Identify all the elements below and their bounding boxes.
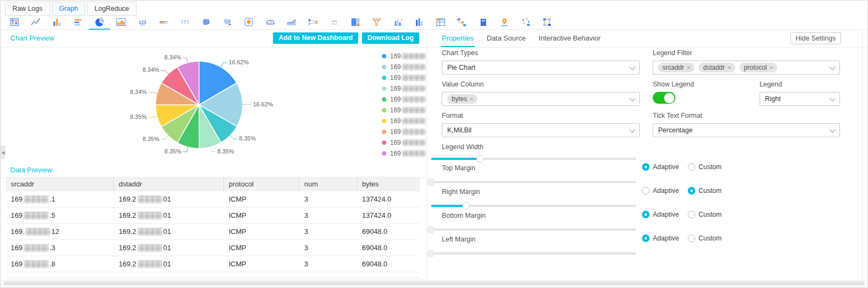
cell-protocol: ICMP	[224, 240, 299, 256]
top-margin-adaptive-radio[interactable]: Adaptive	[642, 163, 679, 171]
pie-slice-label: 16.62%	[253, 101, 273, 108]
pie-slice-label: 8.35%	[217, 148, 234, 155]
tag-remove-icon[interactable]: ×	[687, 63, 690, 72]
right-margin-slider[interactable]	[431, 202, 636, 210]
dot-matrix-icon[interactable]	[178, 16, 192, 28]
download-log-button[interactable]: Download Log	[362, 32, 419, 44]
legend-label: 169	[390, 96, 426, 103]
radio-dot	[688, 211, 695, 218]
settings-panel: PropertiesData SourceInteractive Behavio…	[427, 29, 868, 281]
tree-diagram-icon[interactable]	[455, 16, 469, 28]
show-legend-toggle[interactable]	[653, 92, 675, 104]
settings-tab-properties[interactable]: Properties	[442, 29, 474, 47]
treemap-icon[interactable]	[348, 16, 362, 28]
format-select[interactable]: K,Mil,Bil	[442, 123, 640, 137]
right-margin-custom-radio[interactable]: Custom	[688, 187, 722, 195]
world-map-icon[interactable]	[221, 16, 234, 28]
slider-handle[interactable]	[476, 155, 484, 163]
slider-handle[interactable]	[427, 178, 435, 186]
track-map-icon[interactable]	[498, 16, 511, 28]
pie-chart[interactable]	[156, 62, 242, 148]
bottom-margin-adaptive-radio[interactable]: Adaptive	[642, 211, 679, 218]
left-margin-mode-radios: AdaptiveCustom	[642, 235, 730, 242]
funnel-icon[interactable]	[370, 16, 384, 28]
masked-text	[24, 196, 49, 203]
line-chart-icon[interactable]	[29, 16, 43, 28]
legend-width-slider[interactable]	[431, 155, 636, 163]
legend-dot	[382, 140, 386, 145]
tick-text-format-select[interactable]: Percentage	[653, 123, 840, 137]
topology-icon[interactable]	[541, 16, 554, 28]
svg-text:123: 123	[138, 19, 146, 25]
tag-remove-icon[interactable]: ×	[727, 63, 730, 72]
left-margin-slider[interactable]	[431, 250, 636, 257]
legend-item[interactable]: 169	[382, 105, 426, 116]
format-field: Format K,Mil,Bil	[442, 112, 640, 137]
slider-handle[interactable]	[427, 226, 435, 233]
settings-tab-interactive-behavior[interactable]: Interactive Behavior	[539, 29, 601, 47]
settings-tab-data-source[interactable]: Data Source	[487, 29, 525, 47]
histogram-icon[interactable]	[391, 16, 405, 28]
masked-text	[25, 228, 50, 236]
chart-preview-title: Chart Preview	[10, 34, 54, 42]
top-margin-custom-radio[interactable]: Custom	[688, 163, 722, 171]
column-3d-icon[interactable]	[413, 16, 426, 28]
scrollbar-thumb[interactable]	[4, 282, 864, 285]
map-3d-icon[interactable]: 3	[476, 16, 490, 28]
horizontal-scrollbar[interactable]	[1, 280, 867, 287]
legend-item[interactable]: 169	[382, 94, 426, 105]
tag-remove-icon[interactable]: ×	[770, 63, 773, 72]
flow-chart-icon[interactable]	[285, 16, 298, 28]
scatter-icon[interactable]	[519, 16, 532, 28]
word-cloud-icon[interactable]: wordcloud	[327, 16, 341, 28]
legend-filter-select[interactable]: srcaddr×dstaddr×protocol×	[653, 61, 840, 75]
pin-map-icon[interactable]	[242, 16, 256, 28]
amap-icon[interactable]	[263, 16, 277, 28]
left-margin-adaptive-radio[interactable]: Adaptive	[642, 235, 679, 242]
add-to-dashboard-button[interactable]: Add to New Dashboard	[273, 32, 358, 44]
cross-table-icon[interactable]	[434, 16, 447, 28]
legend-item[interactable]: 169	[382, 116, 426, 126]
chart-types-label: Chart Types	[442, 49, 640, 57]
legend-item[interactable]: 169	[382, 83, 426, 94]
chevron-down-icon	[629, 64, 635, 70]
legend-item[interactable]: 169	[382, 72, 426, 83]
tab-raw-logs[interactable]: Raw Logs	[5, 2, 50, 16]
pie-chart-icon[interactable]	[93, 16, 106, 28]
chart-types-select[interactable]: Pie Chart	[442, 61, 640, 75]
slider-track	[431, 252, 636, 254]
column-header-num: num	[299, 177, 357, 191]
legend-item[interactable]: 169	[382, 148, 426, 159]
table-chart-icon[interactable]	[8, 16, 21, 28]
area-chart-icon[interactable]	[114, 16, 128, 28]
legend-position-select[interactable]: Right	[760, 92, 840, 106]
tag-remove-icon[interactable]: ×	[470, 94, 473, 104]
cell-num: 3	[299, 256, 357, 272]
single-value-icon[interactable]: 123	[135, 16, 149, 28]
masked-text	[138, 196, 162, 203]
sankey-icon[interactable]	[306, 16, 319, 28]
legend-item[interactable]: 169	[382, 126, 426, 137]
bar-chart-icon[interactable]	[72, 16, 85, 28]
value-column-select[interactable]: bytes×	[442, 92, 640, 106]
slider-handle[interactable]	[462, 202, 470, 210]
collapse-panel-button[interactable]: ◀	[1, 145, 5, 159]
china-map-icon[interactable]	[200, 16, 213, 28]
bottom-margin-custom-radio[interactable]: Custom	[688, 211, 722, 218]
legend-item[interactable]: 169	[382, 62, 426, 72]
top-margin-slider[interactable]	[431, 178, 636, 186]
hide-settings-button[interactable]: Hide Settings	[790, 32, 841, 44]
tab-graph[interactable]: Graph	[52, 2, 86, 16]
slider-track	[431, 229, 636, 231]
bottom-margin-slider[interactable]	[431, 226, 636, 233]
settings-header: PropertiesData SourceInteractive Behavio…	[427, 29, 868, 48]
slider-handle[interactable]	[427, 250, 435, 257]
right-margin-adaptive-radio[interactable]: Adaptive	[642, 187, 679, 195]
legend-item[interactable]: 169	[382, 51, 426, 62]
tab-logreduce[interactable]: LogReduce	[87, 2, 136, 16]
column-chart-icon[interactable]	[50, 16, 64, 28]
column-header-protocol: protocol	[224, 177, 299, 191]
progress-bar-icon[interactable]	[157, 16, 170, 28]
legend-item[interactable]: 169	[382, 137, 426, 148]
left-margin-custom-radio[interactable]: Custom	[688, 235, 722, 242]
